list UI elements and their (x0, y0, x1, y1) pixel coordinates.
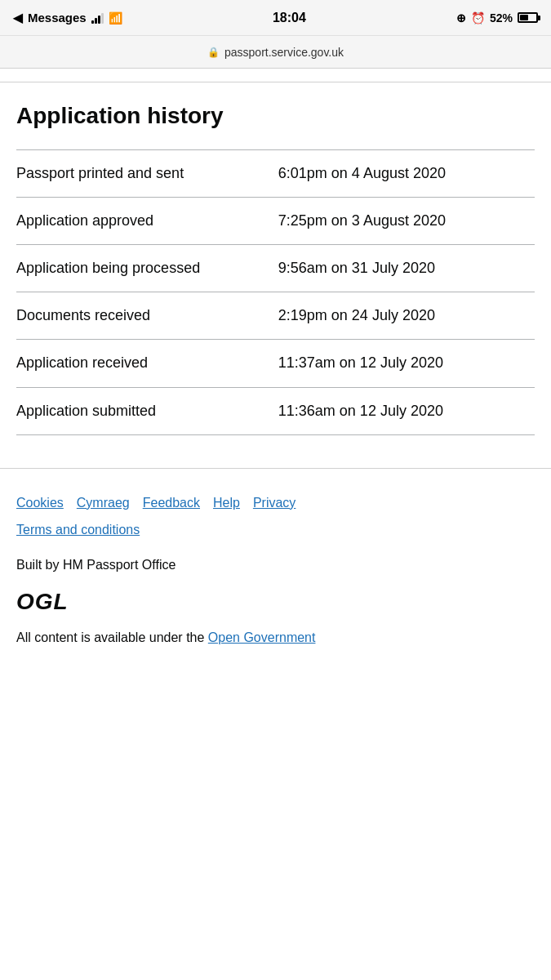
alarm-icon: ⏰ (471, 11, 485, 24)
history-event-label: Passport printed and sent (16, 163, 265, 184)
status-bar-right: ⊕ ⏰ 52% (456, 11, 538, 24)
status-bar: ◀ Messages 📶 18:04 ⊕ ⏰ 52% (0, 0, 551, 36)
battery-icon (518, 12, 538, 23)
lock-icon: 🔒 (207, 47, 220, 58)
built-by-text: Built by HM Passport Office (16, 558, 535, 572)
cymraeg-link[interactable]: Cymraeg (77, 492, 130, 515)
battery-percent: 52% (490, 11, 513, 24)
history-event-label: Application submitted (16, 401, 265, 421)
signal-icon (91, 12, 104, 24)
ogl-logo: OGL (16, 589, 535, 615)
table-row: Application being processed9:56am on 31 … (16, 244, 535, 292)
history-datetime-label: 6:01pm on 4 August 2020 (278, 163, 535, 184)
footer: CookiesCymraegFeedbackHelpPrivacy Terms … (0, 469, 551, 665)
table-row: Application approved7:25pm on 3 August 2… (16, 197, 535, 244)
cookies-link[interactable]: Cookies (16, 492, 64, 515)
history-datetime-label: 11:37am on 12 July 2020 (278, 353, 535, 373)
footer-links: CookiesCymraegFeedbackHelpPrivacy (16, 492, 535, 515)
address-bar[interactable]: 🔒 passport.service.gov.uk (0, 36, 551, 69)
feedback-link[interactable]: Feedback (143, 492, 200, 515)
table-row: Application submitted11:36am on 12 July … (16, 387, 535, 435)
terms-conditions-link[interactable]: Terms and conditions (16, 519, 535, 542)
history-event-label: Documents received (16, 305, 265, 326)
carrier-label: Messages (28, 11, 87, 24)
history-event-label: Application received (16, 353, 265, 373)
privacy-link[interactable]: Privacy (253, 492, 295, 515)
wifi-icon: 📶 (109, 11, 122, 24)
status-bar-left: ◀ Messages 📶 (13, 11, 122, 25)
url-display: passport.service.gov.uk (224, 46, 344, 59)
history-table: Passport printed and sent6:01pm on 4 Aug… (16, 149, 535, 435)
open-government-link[interactable]: Open Government (208, 630, 316, 644)
history-event-label: Application approved (16, 211, 265, 231)
footer-bottom-text: All content is available under the Open … (16, 628, 535, 648)
table-row: Documents received2:19pm on 24 July 2020 (16, 292, 535, 339)
history-datetime-label: 2:19pm on 24 July 2020 (278, 305, 535, 326)
status-bar-time: 18:04 (273, 11, 306, 25)
history-datetime-label: 7:25pm on 3 August 2020 (278, 211, 535, 231)
back-arrow-icon[interactable]: ◀ (13, 11, 23, 25)
history-datetime-label: 9:56am on 31 July 2020 (278, 258, 535, 278)
page-title: Application history (16, 102, 535, 130)
help-link[interactable]: Help (213, 492, 240, 515)
history-event-label: Application being processed (16, 258, 265, 278)
table-row: Application received11:37am on 12 July 2… (16, 339, 535, 386)
history-datetime-label: 11:36am on 12 July 2020 (278, 401, 535, 421)
main-content: Application history Passport printed and… (0, 82, 551, 435)
table-row: Passport printed and sent6:01pm on 4 Aug… (16, 149, 535, 197)
location-icon: ⊕ (456, 11, 466, 24)
